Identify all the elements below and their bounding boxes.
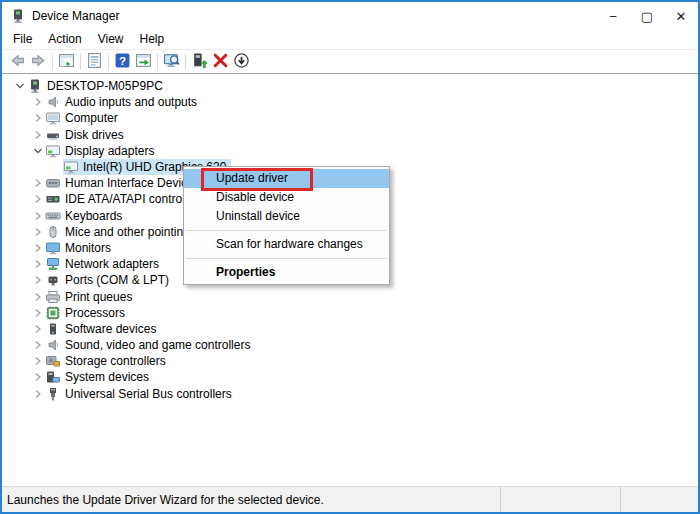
tree-item-label: Disk drives [65,128,126,142]
forward-arrow-button[interactable] [28,52,49,72]
processor-icon [45,305,61,321]
help-button[interactable]: ? [112,52,133,72]
tree-item-body: DESKTOP-M05P9PC [27,78,168,94]
tree-item-body: Universal Serial Bus controllers [45,386,237,402]
chevron-down-icon[interactable] [12,81,27,91]
chevron-right-icon[interactable] [30,308,45,318]
menu-action[interactable]: Action [40,30,89,49]
tree-item-body: Ports (COM & LPT) [45,272,174,288]
tree-item-label: Software devices [65,322,158,336]
scan-hardware-button[interactable] [161,52,182,72]
show-console-tree-icon [58,52,75,72]
tree-item-body: Storage controllers [45,353,171,369]
uninstall-device-button[interactable] [210,52,231,72]
tree-item-label: Network adapters [65,257,161,271]
properties-page-icon [86,52,103,72]
tree-item-processors[interactable]: Processors [4,305,698,321]
computer-icon [27,78,43,94]
maximize-button[interactable]: ▢ [630,2,664,30]
chevron-right-icon[interactable] [30,275,45,285]
tree-item-label: Computer [65,111,120,125]
chevron-right-icon[interactable] [30,211,45,221]
forward-arrow-icon [30,52,47,72]
context-menu: Update driverDisable deviceUninstall dev… [183,166,390,285]
chevron-right-icon[interactable] [30,194,45,204]
tree-item-print-queues[interactable]: Print queues [4,288,698,304]
ports-icon [45,272,61,288]
update-driver-button[interactable] [189,52,210,72]
speaker-icon [45,337,61,353]
back-arrow-button[interactable] [7,52,28,72]
status-bar: Launches the Update Driver Wizard for th… [2,486,698,512]
chevron-right-icon[interactable] [30,227,45,237]
chevron-right-icon[interactable] [30,259,45,269]
chevron-right-icon[interactable] [30,130,45,140]
menu-item-scan-for-hardware-changes[interactable]: Scan for hardware changes [184,235,389,254]
disable-device-button[interactable] [231,52,252,72]
tree-item-computer[interactable]: Computer [4,110,698,126]
chevron-right-icon[interactable] [30,243,45,253]
tree-item-body: Keyboards [45,208,127,224]
tree-item-sound-video-and-game-controllers[interactable]: Sound, video and game controllers [4,337,698,353]
tree-item-storage-controllers[interactable]: Storage controllers [4,353,698,369]
chevron-down-icon[interactable] [30,146,45,156]
monitors-icon [45,240,61,256]
tree-item-body: Audio inputs and outputs [45,94,202,110]
disk-drive-icon [45,127,61,143]
tree-item-disk-drives[interactable]: Disk drives [4,127,698,143]
menu-file[interactable]: File [5,30,40,49]
close-button[interactable]: ✕ [664,2,698,30]
usb-icon [45,386,61,402]
tree-item-label: Audio inputs and outputs [65,95,199,109]
tree-item-body: Sound, video and game controllers [45,337,255,353]
menu-item-properties[interactable]: Properties [184,263,389,282]
minimize-button[interactable]: – [596,2,630,30]
display-adapter-icon [45,143,61,159]
chevron-right-icon[interactable] [30,340,45,350]
update-driver-icon [191,52,208,72]
tree-item-label: Universal Serial Bus controllers [65,387,234,401]
tree-item-label: Processors [65,306,127,320]
keyboard-icon [45,208,61,224]
software-device-icon [45,321,61,337]
toolbar-separator [108,54,109,70]
device-tree-panel: DESKTOP-M05P9PCAudio inputs and outputsC… [2,74,698,486]
chevron-right-icon[interactable] [30,113,45,123]
help-icon: ? [114,52,131,72]
tree-item-label: Storage controllers [65,354,168,368]
disable-device-icon [233,52,250,72]
menu-item-disable-device[interactable]: Disable device [184,188,389,207]
tree-item-system-devices[interactable]: System devices [4,369,698,385]
tree-item-body: Processors [45,305,130,321]
tree-item-audio-inputs-and-outputs[interactable]: Audio inputs and outputs [4,94,698,110]
device-manager-icon [10,8,26,24]
tree-item-label: Monitors [65,241,113,255]
chevron-right-icon[interactable] [30,292,45,302]
tree-item-desktop-m05p9pc[interactable]: DESKTOP-M05P9PC [4,78,698,94]
toolbar-separator [52,54,53,70]
menu-view[interactable]: View [90,30,132,49]
system-device-icon [45,369,61,385]
menu-item-update-driver[interactable]: Update driver [184,169,389,188]
tree-item-display-adapters[interactable]: Display adapters [4,143,698,159]
tree-item-body: Computer [45,110,123,126]
properties-page-button[interactable] [84,52,105,72]
monitor-icon [45,110,61,126]
chevron-right-icon[interactable] [30,97,45,107]
context-menu-separator [186,258,387,259]
chevron-right-icon[interactable] [30,356,45,366]
chevron-right-icon[interactable] [30,178,45,188]
menu-item-uninstall-device[interactable]: Uninstall device [184,207,389,226]
device-manager-window: Device Manager – ▢ ✕ FileActionViewHelp … [0,0,700,514]
export-list-button[interactable] [133,52,154,72]
tree-item-universal-serial-bus-controllers[interactable]: Universal Serial Bus controllers [4,386,698,402]
chevron-right-icon[interactable] [30,324,45,334]
tree-item-body: Network adapters [45,256,164,272]
menu-help[interactable]: Help [132,30,173,49]
chevron-right-icon[interactable] [30,389,45,399]
tree-item-body: Disk drives [45,127,129,143]
chevron-right-icon[interactable] [30,372,45,382]
tree-item-software-devices[interactable]: Software devices [4,321,698,337]
back-arrow-icon [9,52,26,72]
show-console-tree-button[interactable] [56,52,77,72]
